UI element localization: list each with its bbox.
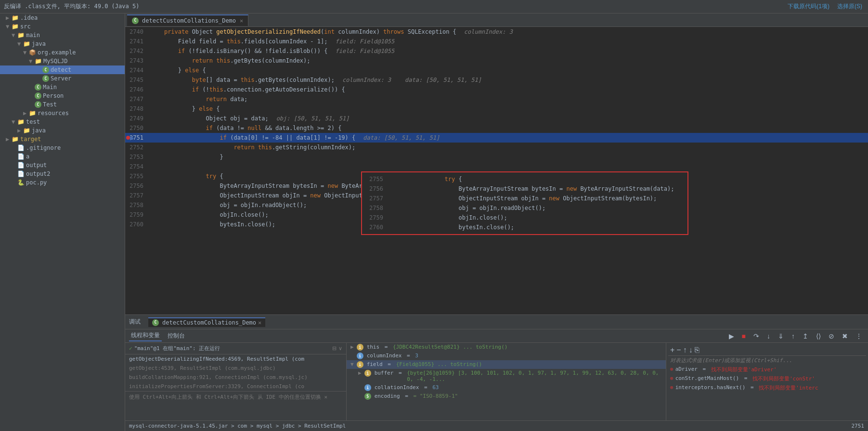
frame-item-2[interactable]: buildCollationMapping:921, ConnectionImp… — [125, 373, 346, 382]
sidebar-item-test[interactable]: ▶ C Test — [0, 100, 125, 109]
expand-src-arrow[interactable]: ▼ — [6, 23, 12, 30]
mute-breakpoints-button[interactable]: ⊘ — [827, 331, 836, 341]
expand-target-arrow[interactable]: ▶ — [6, 136, 12, 143]
expand-org-arrow[interactable]: ▼ — [23, 49, 29, 56]
var-item-this[interactable]: ▶ i this = {JDBC42ResultSet@821} ... toS… — [347, 343, 666, 352]
var-name-buffer: buffer — [375, 370, 394, 376]
watch-error-icon-3: ⊗ — [670, 384, 674, 391]
watch-value-interceptors: 找不到局部变量'interc — [759, 384, 818, 392]
var-item-field[interactable]: ▼ i field = {Field@1055} ... toString() — [347, 360, 666, 369]
expand-java-arrow[interactable]: ▼ — [17, 40, 23, 47]
sidebar-item-target[interactable]: ▶ 📁 target — [0, 135, 125, 144]
step-out-button[interactable]: ↑ — [790, 331, 797, 341]
folder-icon: 📁 — [12, 14, 19, 21]
sidebar-item-main[interactable]: ▼ 📁 main — [0, 31, 125, 39]
expand-buffer[interactable]: ▶ — [358, 370, 362, 376]
sidebar-item-mysqljd[interactable]: ▼ 📁 MySQLJD — [0, 57, 125, 65]
code-line-2760-bg: 2760 bytesIn.close(); — [125, 220, 868, 229]
sidebar-item-java[interactable]: ▼ 📁 java — [0, 39, 125, 48]
watch-item-constr[interactable]: ⊗ conStr.getMainHost() = 找不到局部变量'conStr' — [668, 374, 866, 383]
var-item-columnindex[interactable]: ▶ i columnIndex = 3 — [347, 352, 666, 360]
tab-close-icon[interactable]: ✕ — [240, 17, 243, 24]
file-icon-poc: 🐍 — [17, 179, 25, 186]
select-source-button[interactable]: 选择原(S) — [835, 1, 864, 12]
detect-tab-close[interactable]: ✕ — [258, 319, 261, 326]
detect-tab[interactable]: C detectCustomCollations_Demo ✕ — [148, 317, 265, 327]
sidebar-item-resources[interactable]: ▶ 📁 resources — [0, 109, 125, 118]
expand-resources-arrow[interactable]: ▶ — [23, 110, 29, 117]
sidebar-item-src[interactable]: ▼ 📁 src — [0, 22, 125, 31]
step-over-button[interactable]: ↷ — [751, 331, 761, 341]
code-line-2750: 2750 if (data != null && data.length >= … — [125, 123, 868, 133]
sidebar-item-detect[interactable]: ▶ C detect — [0, 65, 125, 74]
line-code-2755: try { — [148, 171, 868, 181]
watch-hint: 对表达式求值(Enter)或添加监视(Ctrl+Shif... — [668, 356, 866, 365]
sidebar-item-output2[interactable]: ▶ 📄 output2 — [0, 170, 125, 178]
sidebar-item-output[interactable]: ▶ 📄 output — [0, 161, 125, 170]
line-code-2744: } else { — [148, 65, 868, 75]
sidebar-label-server: Server — [51, 75, 71, 82]
sidebar-label-a: a — [26, 153, 29, 160]
frame-name-1: getObject:4539, ResultSetImpl (com.mysql… — [129, 365, 276, 371]
force-step-into-button[interactable]: ⇓ — [776, 331, 786, 341]
var-value-columnindex: 3 — [415, 353, 418, 359]
var-name-columnindex: columnIndex — [367, 353, 402, 359]
sidebar-label-java2: java — [32, 127, 46, 134]
filter-button[interactable]: ⊟ — [332, 345, 337, 352]
sidebar-item-server[interactable]: ▶ C Server — [0, 74, 125, 83]
tab-threads-vars[interactable]: 线程和变量 — [129, 330, 162, 341]
expand-mysql-arrow[interactable]: ▼ — [29, 58, 35, 65]
resume-button[interactable]: ▶ — [727, 331, 736, 341]
download-source-button[interactable]: 下载原代码(1项) — [786, 1, 831, 12]
watch-down-button[interactable]: ↓ — [689, 346, 693, 354]
expand-test-folder-arrow[interactable]: ▼ — [12, 118, 17, 125]
run-to-cursor-button[interactable]: ↥ — [801, 331, 810, 341]
sidebar-item-poc[interactable]: ▶ 🐍 poc.py — [0, 178, 125, 187]
expand-frames-button[interactable]: ∨ — [338, 345, 342, 352]
sidebar-item-org-example[interactable]: ▼ 📦 org.example — [0, 48, 125, 57]
frame-item-3[interactable]: initializePropertiesFromServer:3329, Con… — [125, 382, 346, 391]
var-item-buffer[interactable]: ▶ i buffer = {byte[26]@1059} [3, 100, 10… — [347, 369, 666, 383]
expand-this[interactable]: ▶ — [350, 344, 354, 350]
debug-tab-label[interactable]: 调试 — [129, 318, 141, 326]
sidebar-item-a[interactable]: ▶ 📄 a — [0, 152, 125, 161]
expand-idea-arrow[interactable]: ▶ — [6, 14, 12, 21]
watch-eq: = — [700, 366, 709, 372]
sidebar-item-gitignore[interactable]: ▶ 📄 .gitignore — [0, 144, 125, 152]
watch-up-button[interactable]: ↑ — [683, 346, 687, 354]
line-code-2753: } — [148, 152, 868, 162]
sidebar-item-person[interactable]: ▶ C Person — [0, 91, 125, 100]
watch-add-button[interactable]: + — [670, 346, 674, 354]
line-code-2745: byte[] data = this.getBytes(columnIndex)… — [148, 75, 868, 85]
step-into-button[interactable]: ↓ — [765, 331, 772, 341]
sidebar-item-idea[interactable]: ▶ 📁 .idea — [0, 13, 125, 22]
expand-main-arrow[interactable]: ▼ — [12, 32, 17, 39]
editor-tab-detect[interactable]: C detectCustomCollations_Demo ✕ — [127, 14, 248, 26]
var-eq-buffer: = — [395, 370, 405, 376]
settings-button[interactable]: ⋮ — [854, 331, 864, 341]
sidebar-item-test-folder[interactable]: ▼ 📁 test — [0, 118, 125, 126]
watch-error-icon-2: ⊗ — [670, 375, 674, 381]
stop-button[interactable]: ■ — [740, 331, 748, 341]
frame-item-1[interactable]: getObject:4539, ResultSetImpl (com.mysql… — [125, 364, 346, 373]
watch-item-adriver[interactable]: ⊗ aDriver = 找不到局部变量'aDriver' — [668, 365, 866, 374]
tab-console[interactable]: 控制台 — [166, 331, 187, 341]
watch-remove-button[interactable]: − — [676, 346, 681, 354]
status-path: mysql-connector-java-5.1.45.jar > com > … — [129, 423, 346, 429]
expand-java2-arrow[interactable]: ▶ — [17, 127, 23, 134]
frame-item-0[interactable]: getObjectDeserializingIfNeeded:4569, Res… — [125, 354, 346, 364]
sidebar-item-main-class[interactable]: ▶ C Main — [0, 83, 125, 91]
sidebar-label-java: java — [32, 40, 46, 47]
code-editor: 2740 private Object getObjectDeserializi… — [125, 27, 868, 314]
sidebar-item-java2[interactable]: ▶ 📁 java — [0, 126, 125, 135]
watch-item-interceptors[interactable]: ⊗ interceptors.hasNext() = 找不到局部变量'inter… — [668, 383, 866, 392]
file-icon-output: 📄 — [17, 162, 25, 169]
remove-all-button[interactable]: ✖ — [840, 331, 850, 341]
watch-copy-button[interactable]: ⎘ — [695, 346, 700, 354]
expand-field[interactable]: ▼ — [350, 361, 354, 367]
thread-status: "main"@1 在组"main": 正在运行 — [134, 345, 220, 352]
var-item-encoding[interactable]: ▶ S encoding = = "ISO-8859-1" — [347, 392, 666, 401]
evaluate-button[interactable]: ⟨⟩ — [814, 331, 823, 341]
var-item-collationindex[interactable]: ▶ i collationIndex = 63 — [347, 383, 666, 392]
detect-tab-label: detectCustomCollations_Demo — [162, 319, 256, 326]
